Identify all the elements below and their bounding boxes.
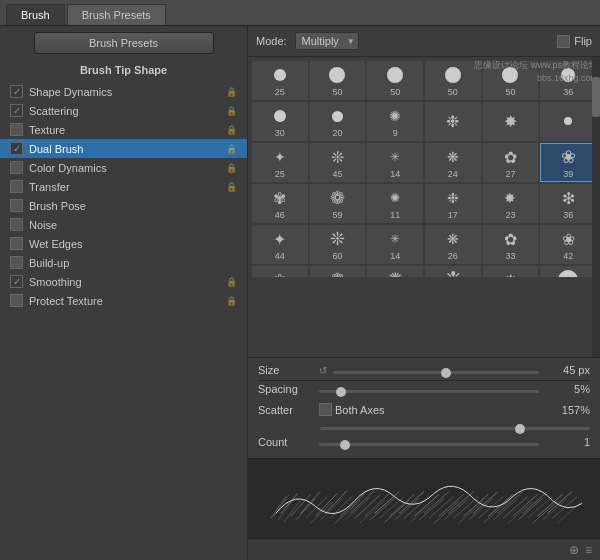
checkbox-9[interactable] [10, 256, 23, 269]
brush-cell-5-2[interactable]: ✺112 [367, 266, 423, 277]
brush-cell-0-4[interactable]: 50 [483, 61, 539, 100]
grid-scrollbar[interactable] [592, 57, 600, 357]
count-slider[interactable] [319, 443, 539, 446]
menu-item-build-up[interactable]: Build-up [0, 253, 247, 272]
scatter-slider[interactable] [320, 427, 590, 430]
brush-num-3-2: 11 [390, 210, 400, 220]
brush-cell-1-0[interactable]: 30 [252, 102, 308, 141]
brush-cell-3-0[interactable]: ✾46 [252, 184, 308, 223]
size-reset-icon[interactable]: ↺ [319, 365, 327, 376]
brush-cell-3-4[interactable]: ✸23 [483, 184, 539, 223]
count-label: Count [258, 436, 313, 448]
menu-item-transfer[interactable]: Transfer🔒 [0, 177, 247, 196]
spacing-slider[interactable] [319, 390, 539, 393]
brush-presets-button[interactable]: Brush Presets [34, 32, 214, 54]
brush-cell-5-1[interactable]: ❁70 [310, 266, 366, 277]
checkbox-0[interactable] [10, 85, 23, 98]
brush-cell-2-0[interactable]: ✦25 [252, 143, 308, 182]
svg-line-37 [449, 492, 474, 514]
menu-list: Shape Dynamics🔒Scattering🔒Texture🔒Dual B… [0, 82, 247, 560]
menu-item-brush-pose[interactable]: Brush Pose [0, 196, 247, 215]
checkbox-7[interactable] [10, 218, 23, 231]
brush-cell-1-5[interactable] [540, 102, 596, 141]
menu-item-shape-dynamics[interactable]: Shape Dynamics🔒 [0, 82, 247, 101]
brush-shape-0-3 [439, 64, 467, 86]
checkbox-10[interactable] [10, 275, 23, 288]
checkbox-4[interactable] [10, 161, 23, 174]
checkbox-8[interactable] [10, 237, 23, 250]
brush-cell-2-4[interactable]: ✿27 [483, 143, 539, 182]
both-axes-checkbox[interactable] [319, 403, 332, 416]
brush-cell-5-0[interactable]: ✾55 [252, 266, 308, 277]
brush-cell-1-3[interactable]: ❉ [425, 102, 481, 141]
brush-cell-5-5[interactable]: 95 [540, 266, 596, 277]
checkbox-2[interactable] [10, 123, 23, 136]
brush-cell-1-4[interactable]: ✸ [483, 102, 539, 141]
brush-num-2-3: 24 [448, 169, 458, 179]
menu-item-label-10: Smoothing [29, 276, 226, 288]
brush-shape-3-5: ❇ [554, 187, 582, 209]
brush-cell-2-5[interactable]: ❀39 [540, 143, 596, 182]
svg-line-47 [498, 492, 523, 514]
brush-cell-5-3[interactable]: ❉134 [425, 266, 481, 277]
checkbox-6[interactable] [10, 199, 23, 212]
mode-select-wrap: Multiply [295, 32, 359, 50]
menu-item-protect-texture[interactable]: Protect Texture🔒 [0, 291, 247, 310]
menu-item-smoothing[interactable]: Smoothing🔒 [0, 272, 247, 291]
brush-num-3-3: 17 [448, 210, 458, 220]
menu-item-dual-brush[interactable]: Dual Brush🔒 [0, 139, 247, 158]
brush-cell-4-4[interactable]: ✿33 [483, 225, 539, 264]
svg-line-42 [473, 492, 498, 514]
brush-shape-0-5 [554, 64, 582, 86]
brush-cell-1-1[interactable]: 20 [310, 102, 366, 141]
both-axes-check: Both Axes [319, 403, 385, 416]
bottom-icon-1[interactable]: ⊕ [569, 543, 579, 557]
brush-cell-0-3[interactable]: 50 [425, 61, 481, 100]
brush-shape-2-3: ❋ [439, 146, 467, 168]
menu-item-wet-edges[interactable]: Wet Edges [0, 234, 247, 253]
size-slider[interactable] [333, 371, 539, 374]
brush-shape-4-4: ✿ [496, 228, 524, 250]
brush-shape-1-5 [554, 110, 582, 132]
brush-cell-3-5[interactable]: ❇36 [540, 184, 596, 223]
brush-cell-4-3[interactable]: ❋26 [425, 225, 481, 264]
checkbox-1[interactable] [10, 104, 23, 117]
checkbox-3[interactable] [10, 142, 23, 155]
svg-line-49 [508, 501, 533, 523]
svg-line-16 [345, 498, 370, 521]
brush-cell-1-2[interactable]: ✺9 [367, 102, 423, 141]
menu-item-scattering[interactable]: Scattering🔒 [0, 101, 247, 120]
brush-shape-1-2: ✺ [381, 105, 409, 127]
menu-item-noise[interactable]: Noise [0, 215, 247, 234]
brush-cell-4-0[interactable]: ✦44 [252, 225, 308, 264]
brush-cell-5-4[interactable]: ✸74 [483, 266, 539, 277]
tab-brush-presets[interactable]: Brush Presets [67, 4, 166, 25]
checkbox-11[interactable] [10, 294, 23, 307]
brush-cell-3-1[interactable]: ❁59 [310, 184, 366, 223]
brush-cell-0-5[interactable]: 36 [540, 61, 596, 100]
brush-cell-4-5[interactable]: ❀42 [540, 225, 596, 264]
brush-cell-2-1[interactable]: ❊45 [310, 143, 366, 182]
checkbox-5[interactable] [10, 180, 23, 193]
menu-item-texture[interactable]: Texture🔒 [0, 120, 247, 139]
brush-cell-0-0[interactable]: 25 [252, 61, 308, 100]
count-slider-area [319, 436, 539, 448]
menu-item-label-11: Protect Texture [29, 295, 226, 307]
menu-item-color-dynamics[interactable]: Color Dynamics🔒 [0, 158, 247, 177]
brush-shape-5-2: ✺ [381, 269, 409, 277]
mode-select[interactable]: Multiply [295, 32, 359, 50]
brush-cell-0-1[interactable]: 50 [310, 61, 366, 100]
brush-num-0-0: 25 [275, 87, 285, 97]
brush-cell-3-2[interactable]: ✺11 [367, 184, 423, 223]
brush-cell-2-2[interactable]: ✳14 [367, 143, 423, 182]
flip-checkbox[interactable] [557, 35, 570, 48]
brush-cell-2-3[interactable]: ❋24 [425, 143, 481, 182]
bottom-icon-2[interactable]: ≡ [585, 543, 592, 557]
svg-line-7 [301, 492, 321, 514]
tab-brush[interactable]: Brush [6, 4, 65, 25]
brush-cell-3-3[interactable]: ❉17 [425, 184, 481, 223]
tab-bar: Brush Brush Presets [0, 0, 600, 26]
brush-cell-0-2[interactable]: 50 [367, 61, 423, 100]
brush-cell-4-1[interactable]: ❊60 [310, 225, 366, 264]
brush-cell-4-2[interactable]: ✳14 [367, 225, 423, 264]
